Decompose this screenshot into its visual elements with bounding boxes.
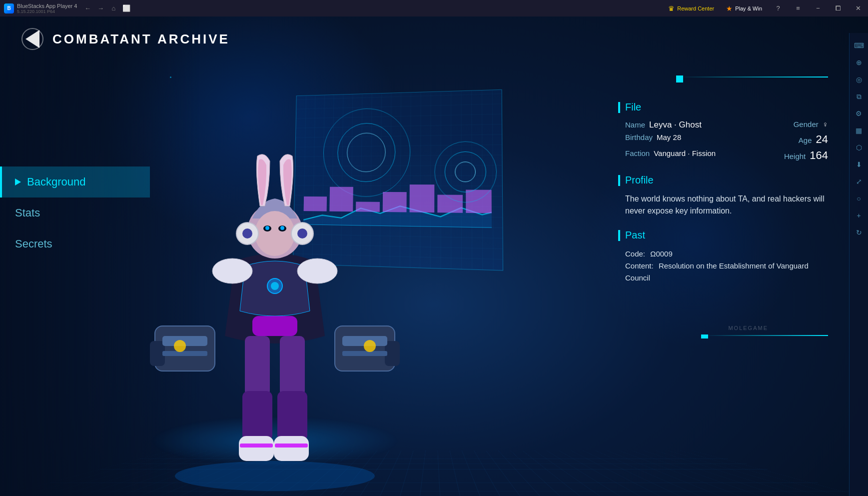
help-button[interactable]: ? bbox=[768, 0, 788, 16]
svg-rect-18 bbox=[275, 444, 308, 448]
right-icon-plus[interactable]: + bbox=[852, 208, 867, 223]
accent-line-bottom bbox=[703, 335, 828, 336]
close-button[interactable]: ✕ bbox=[848, 0, 868, 16]
screenshots-button[interactable]: ⬜ bbox=[121, 3, 132, 14]
right-icon-expand[interactable]: ⤢ bbox=[852, 174, 867, 189]
profile-title-text: Profile bbox=[625, 174, 654, 186]
forward-button[interactable]: → bbox=[95, 3, 106, 14]
file-title-bar bbox=[618, 102, 620, 113]
sidebar-item-stats[interactable]: Stats bbox=[0, 198, 150, 228]
svg-rect-17 bbox=[240, 444, 273, 448]
app-version: 5.15.220.1001 P64 bbox=[17, 9, 77, 14]
past-content-label: Content: bbox=[625, 262, 654, 270]
right-icon-chart[interactable]: ▦ bbox=[852, 123, 867, 138]
play-win-button[interactable]: ★ Play & Win bbox=[720, 0, 768, 16]
reward-center-button[interactable]: ♛ Reward Center bbox=[662, 0, 720, 16]
menu-button[interactable]: ≡ bbox=[788, 0, 808, 16]
svg-point-29 bbox=[212, 258, 252, 284]
page-header: COMBATANT ARCHIVE bbox=[0, 26, 868, 52]
sidebar-item-secrets[interactable]: Secrets bbox=[0, 228, 150, 260]
right-icon-refresh[interactable]: ↻ bbox=[852, 225, 867, 240]
faction-label: Faction bbox=[625, 149, 650, 158]
gender-value: ♀ bbox=[823, 120, 828, 128]
accent-square-bottom bbox=[701, 334, 708, 338]
svg-point-5 bbox=[174, 340, 186, 352]
app-title: BlueStacks App Player 4 bbox=[17, 3, 77, 9]
birthday-col: Birthday May 28 bbox=[625, 133, 681, 146]
svg-point-23 bbox=[265, 226, 269, 230]
svg-rect-12 bbox=[280, 336, 305, 396]
file-block: Name Leyva · Ghost Gender ♀ Birthday May… bbox=[618, 120, 828, 162]
past-code-row: Code: Ω0009 bbox=[625, 248, 828, 260]
titlebar-left: B BlueStacks App Player 4 5.15.220.1001 … bbox=[0, 3, 77, 14]
info-panel: File Name Leyva · Ghost Gender ♀ bbox=[618, 102, 828, 296]
age-label: Age bbox=[799, 136, 812, 144]
name-label: Name bbox=[625, 120, 645, 129]
right-icon-gamepad[interactable]: ⊕ bbox=[852, 55, 867, 70]
file-title-text: File bbox=[625, 102, 641, 113]
svg-rect-14 bbox=[277, 391, 307, 441]
holo-circle-right-3 bbox=[455, 162, 476, 182]
game-area: COMBATANT ARCHIVE Background Stats Secre… bbox=[0, 16, 868, 496]
past-code-value: Ω0009 bbox=[650, 250, 673, 258]
svg-rect-11 bbox=[245, 336, 270, 396]
svg-rect-16 bbox=[274, 436, 309, 461]
past-content: Code: Ω0009 Content: Resolution on the E… bbox=[618, 248, 828, 284]
right-icon-globe[interactable]: ◎ bbox=[852, 72, 867, 87]
gender-label: Gender bbox=[794, 120, 819, 128]
past-content-row: Content: Resolution on the Establishment… bbox=[625, 260, 828, 284]
reward-center-label: Reward Center bbox=[677, 6, 714, 12]
past-title-bar bbox=[618, 230, 620, 241]
height-label: Height bbox=[784, 152, 806, 160]
deco-dot-1 bbox=[170, 76, 171, 78]
right-icon-circle[interactable]: ○ bbox=[852, 191, 867, 206]
page-title: COMBATANT ARCHIVE bbox=[52, 32, 230, 47]
character-art bbox=[125, 86, 425, 496]
file-section: File Name Leyva · Ghost Gender ♀ bbox=[618, 102, 828, 162]
sidebar-item-background[interactable]: Background bbox=[0, 166, 150, 198]
gender-col: Gender ♀ bbox=[794, 120, 828, 130]
star-icon: ★ bbox=[726, 4, 733, 12]
header-logo bbox=[20, 26, 45, 52]
faction-height-row: Faction Vanguard · Fission Height 164 bbox=[625, 149, 828, 162]
right-icon-keyboard[interactable]: ⌨ bbox=[852, 38, 867, 53]
right-icon-layers[interactable]: ⧉ bbox=[852, 89, 867, 104]
sidebar: Background Stats Secrets bbox=[0, 166, 150, 260]
right-icon-camera[interactable]: ⬡ bbox=[852, 140, 867, 155]
svg-rect-4 bbox=[162, 351, 207, 356]
file-section-title: File bbox=[618, 102, 828, 113]
faction-col: Faction Vanguard · Fission bbox=[625, 149, 716, 162]
play-win-label: Play & Win bbox=[735, 6, 762, 12]
name-col: Name Leyva · Ghost bbox=[625, 120, 702, 130]
titlebar: B BlueStacks App Player 4 5.15.220.1001 … bbox=[0, 0, 868, 16]
svg-point-0 bbox=[175, 461, 375, 491]
profile-title-bar bbox=[618, 175, 620, 186]
svg-rect-31 bbox=[252, 316, 297, 336]
watermark: MOLEGAME bbox=[728, 325, 768, 331]
svg-point-28 bbox=[297, 228, 307, 238]
accent-line-top bbox=[678, 76, 828, 78]
right-icons-panel: ⌨ ⊕ ◎ ⧉ ⚙ ▦ ⬡ ⬇ ⤢ ○ + ↻ bbox=[849, 33, 868, 496]
profile-text: The world knows nothing about TA, and re… bbox=[618, 193, 828, 217]
right-icon-download[interactable]: ⬇ bbox=[852, 157, 867, 172]
past-section: Past Code: Ω0009 Content: Resolution on … bbox=[618, 230, 828, 284]
name-gender-row: Name Leyva · Ghost Gender ♀ bbox=[625, 120, 828, 130]
faction-value: Vanguard · Fission bbox=[654, 149, 716, 158]
birthday-age-row: Birthday May 28 Age 24 bbox=[625, 133, 828, 146]
secrets-label: Secrets bbox=[15, 238, 52, 250]
minimize-button[interactable]: − bbox=[808, 0, 828, 16]
background-label: Background bbox=[27, 176, 85, 188]
svg-point-33 bbox=[271, 282, 279, 290]
past-title-text: Past bbox=[625, 230, 645, 241]
profile-section-title: Profile bbox=[618, 174, 828, 186]
back-button[interactable]: ← bbox=[82, 3, 93, 14]
crown-icon: ♛ bbox=[668, 4, 675, 12]
profile-section: Profile The world knows nothing about TA… bbox=[618, 174, 828, 217]
restore-button[interactable]: ⧠ bbox=[828, 0, 848, 16]
birthday-value: May 28 bbox=[657, 133, 681, 142]
past-section-title: Past bbox=[618, 230, 828, 241]
height-col: Height 164 bbox=[784, 149, 828, 162]
svg-point-27 bbox=[242, 228, 252, 238]
home-button[interactable]: ⌂ bbox=[108, 3, 119, 14]
right-icon-settings[interactable]: ⚙ bbox=[852, 106, 867, 121]
